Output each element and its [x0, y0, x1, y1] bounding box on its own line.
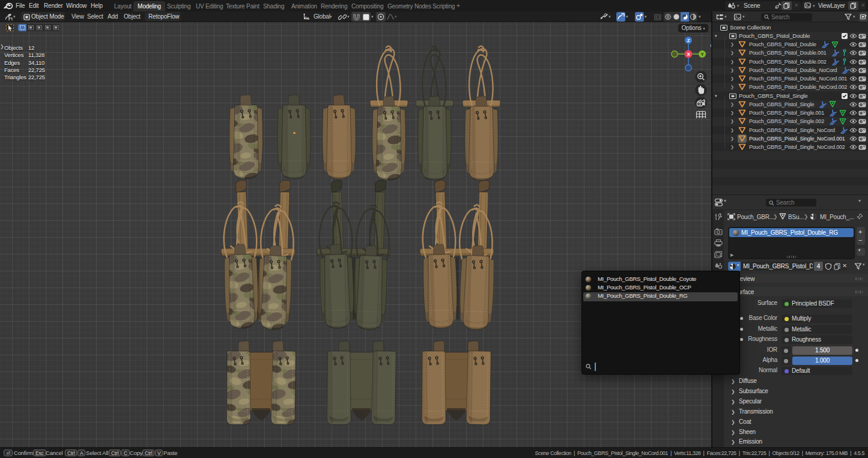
svg-text:Y: Y [700, 52, 704, 57]
svg-text:Z: Z [687, 38, 690, 43]
svg-text:X: X [687, 52, 690, 57]
